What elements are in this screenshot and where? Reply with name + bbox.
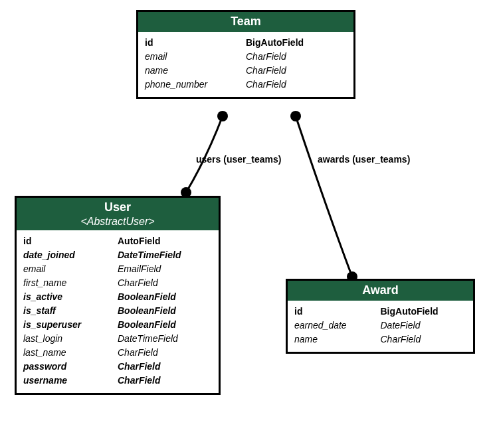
field-name: password xyxy=(23,360,118,374)
field-name: email xyxy=(23,262,118,276)
field-name: name xyxy=(145,64,246,78)
field-type: CharField xyxy=(118,276,212,290)
field-type: CharField xyxy=(118,360,212,374)
field-name: last_login xyxy=(23,332,118,346)
relationship-label-awards: awards (user_teams) xyxy=(318,154,410,165)
field-name: last_name xyxy=(23,346,118,360)
field-type: AutoField xyxy=(118,234,212,248)
field-row: date_joinedDateTimeField xyxy=(23,248,212,262)
field-type: CharField xyxy=(246,50,347,64)
field-row: idAutoField xyxy=(23,234,212,248)
field-type: CharField xyxy=(118,374,212,388)
field-name: username xyxy=(23,374,118,388)
field-type: BooleanField xyxy=(118,304,212,318)
field-row: emailEmailField xyxy=(23,262,212,276)
field-row: is_superuserBooleanField xyxy=(23,318,212,332)
svg-point-0 xyxy=(217,111,228,121)
field-type: BooleanField xyxy=(118,318,212,332)
svg-point-2 xyxy=(290,111,301,121)
field-row: usernameCharField xyxy=(23,374,212,388)
field-type: DateField xyxy=(381,319,467,333)
field-row: nameCharField xyxy=(145,64,347,78)
field-name: first_name xyxy=(23,276,118,290)
entity-team: Team idBigAutoFieldemailCharFieldnameCha… xyxy=(136,10,355,99)
field-row: last_nameCharField xyxy=(23,346,212,360)
field-row: idBigAutoField xyxy=(294,305,466,319)
entity-award: Award idBigAutoFieldearned_dateDateField… xyxy=(286,279,475,354)
field-name: name xyxy=(294,333,381,346)
field-type: EmailField xyxy=(118,262,212,276)
field-name: earned_date xyxy=(294,319,381,333)
field-row: is_staffBooleanField xyxy=(23,304,212,318)
entity-award-body: idBigAutoFieldearned_dateDateFieldnameCh… xyxy=(288,301,473,352)
field-name: phone_number xyxy=(145,78,246,92)
field-row: earned_dateDateField xyxy=(294,319,466,333)
field-row: idBigAutoField xyxy=(145,36,347,50)
field-name: date_joined xyxy=(23,248,118,262)
field-name: id xyxy=(294,305,381,319)
field-type: BooleanField xyxy=(118,290,212,304)
field-type: BigAutoField xyxy=(246,36,347,50)
field-row: first_nameCharField xyxy=(23,276,212,290)
field-row: phone_numberCharField xyxy=(145,78,347,92)
field-type: DateTimeField xyxy=(118,332,212,346)
field-name: is_active xyxy=(23,290,118,304)
entity-user-subtitle: <AbstractUser> xyxy=(17,215,219,230)
field-name: is_superuser xyxy=(23,318,118,332)
field-type: CharField xyxy=(246,78,347,92)
field-row: passwordCharField xyxy=(23,360,212,374)
field-name: is_staff xyxy=(23,304,118,318)
field-type: CharField xyxy=(118,346,212,360)
field-row: emailCharField xyxy=(145,50,347,64)
entity-team-body: idBigAutoFieldemailCharFieldnameCharFiel… xyxy=(138,32,353,97)
field-row: is_activeBooleanField xyxy=(23,290,212,304)
field-type: BigAutoField xyxy=(381,305,467,319)
field-type: DateTimeField xyxy=(118,248,212,262)
entity-user-title: User xyxy=(17,198,219,215)
field-type: CharField xyxy=(381,333,467,346)
entity-team-title: Team xyxy=(138,12,353,32)
field-name: id xyxy=(145,36,246,50)
entity-award-title: Award xyxy=(288,281,473,301)
field-row: nameCharField xyxy=(294,333,466,346)
entity-user-body: idAutoFielddate_joinedDateTimeFieldemail… xyxy=(17,230,219,393)
field-type: CharField xyxy=(246,64,347,78)
relationship-label-users: users (user_teams) xyxy=(196,154,281,165)
er-diagram-canvas: users (user_teams) awards (user_teams) T… xyxy=(0,0,491,448)
field-row: last_loginDateTimeField xyxy=(23,332,212,346)
field-name: id xyxy=(23,234,118,248)
field-name: email xyxy=(145,50,246,64)
entity-user: User <AbstractUser> idAutoFielddate_join… xyxy=(15,196,221,395)
